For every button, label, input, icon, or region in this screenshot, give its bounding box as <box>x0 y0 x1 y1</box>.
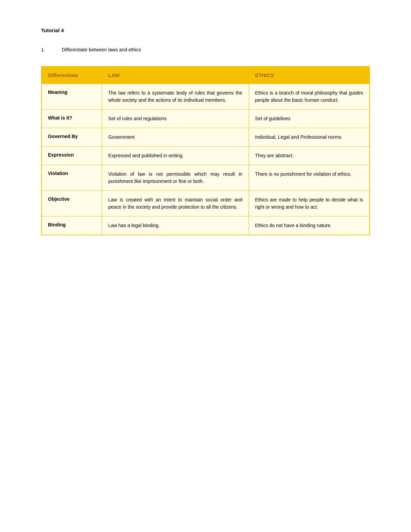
row-label: Expression <box>41 147 102 165</box>
ethics-cell: There is no punishment for violation of … <box>249 165 370 191</box>
row-label: Meaning <box>41 84 102 110</box>
law-cell: Law has a legal binding. <box>102 216 249 235</box>
law-cell: Expressed and published in writing. <box>102 147 249 165</box>
header-col2: LAW <box>102 66 249 84</box>
comparison-table: Differentiate LAW ETHICS MeaningThe law … <box>41 66 370 235</box>
table-row: ExpressionExpressed and published in wri… <box>41 147 370 165</box>
ethics-cell: Individual, Legal and Professional norms <box>249 128 370 147</box>
ethics-cell: Ethics is a branch of moral philosophy t… <box>249 84 370 110</box>
table-row: What is it?Set of rules and regulationsS… <box>41 110 370 128</box>
table-row: BindingLaw has a legal binding.Ethics do… <box>41 216 370 235</box>
law-cell: Law is created with an intent to maintai… <box>102 191 249 216</box>
ethics-cell: Ethics do not have a binding nature. <box>249 216 370 235</box>
header-col3: ETHICS <box>249 66 370 84</box>
table-row: Governed ByGovernmentIndividual, Legal a… <box>41 128 370 147</box>
law-cell: Violation of law is not permissible whic… <box>102 165 249 191</box>
table-row: MeaningThe law refers to a systematic bo… <box>41 84 370 110</box>
row-label: Objective <box>41 191 102 216</box>
law-cell: Government <box>102 128 249 147</box>
table-row: ObjectiveLaw is created with an intent t… <box>41 191 370 216</box>
ethics-cell: Set of guidelines <box>249 110 370 128</box>
row-label: Governed By <box>41 128 102 147</box>
row-label: What is it? <box>41 110 102 128</box>
law-cell: Set of rules and regulations <box>102 110 249 128</box>
header-col1: Differentiate <box>41 66 102 84</box>
ethics-cell: They are abstract. <box>249 147 370 165</box>
question-text: Differentiate between laws and ethics <box>62 47 141 52</box>
law-cell: The law refers to a systematic body of r… <box>102 84 249 110</box>
row-label: Violation <box>41 165 102 191</box>
table-row: ViolationViolation of law is not permiss… <box>41 165 370 191</box>
ethics-cell: Ethics are made to help people to decide… <box>249 191 370 216</box>
row-label: Binding <box>41 216 102 235</box>
table-header-row: Differentiate LAW ETHICS <box>41 66 370 84</box>
page-title: Tutorial 4 <box>41 27 370 33</box>
question-number: 1. <box>41 47 51 52</box>
